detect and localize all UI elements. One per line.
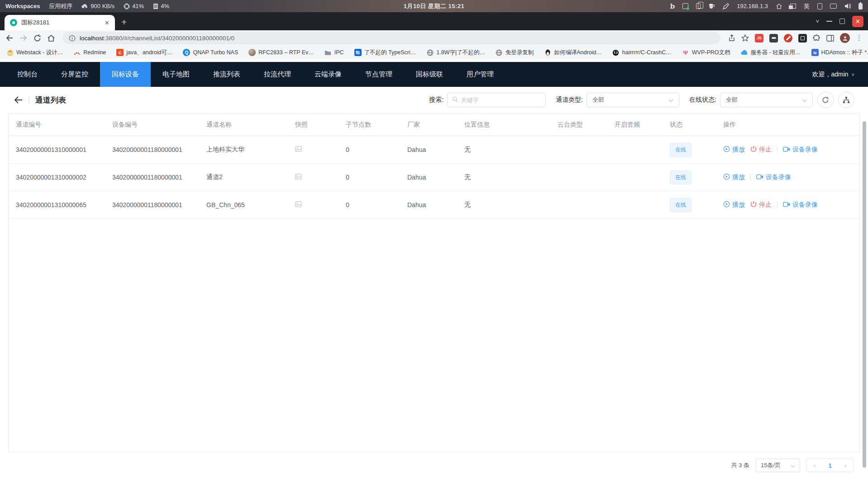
play-button[interactable]: 播放 — [723, 146, 745, 154]
volume-icon[interactable] — [844, 3, 851, 9]
snapshot-image-icon[interactable] — [295, 146, 302, 152]
search-input[interactable] — [461, 97, 541, 104]
snapshot-image-icon[interactable] — [295, 201, 302, 207]
bookmark-zhihu-typescript[interactable]: 知 了不起的 TypeScri… — [354, 49, 416, 57]
nav-item-user-manage[interactable]: 用户管理 — [455, 62, 506, 87]
row-actions: 播放 停止 设备录像 — [716, 146, 859, 154]
reload-icon[interactable] — [33, 34, 41, 42]
page-back-button[interactable] — [14, 96, 23, 104]
github-icon — [612, 49, 620, 56]
nav-item-split-monitor[interactable]: 分屏监控 — [49, 62, 100, 87]
forward-icon[interactable] — [19, 34, 28, 42]
scrollbar-thumb[interactable] — [863, 121, 866, 468]
extension-js-icon[interactable]: JS — [755, 34, 763, 43]
nav-item-console[interactable]: 控制台 — [5, 62, 49, 87]
channel-type-select[interactable]: 全部 — [587, 93, 679, 107]
side-panel-icon[interactable] — [826, 35, 834, 42]
clock[interactable]: 1月10日 星期二 15:21 — [404, 2, 465, 10]
tab-search-chevron-icon[interactable]: ˅ — [816, 18, 819, 25]
nav-item-emap[interactable]: 电子地图 — [151, 62, 201, 87]
window-close-button[interactable]: ✕ — [852, 16, 863, 27]
ip-address[interactable]: 192.168.1.3 — [737, 3, 768, 9]
address-bar[interactable]: localhost:38080/#/channelList/3402000000… — [63, 32, 720, 44]
site-info-icon[interactable] — [69, 35, 76, 42]
channel-tree-button[interactable] — [838, 92, 854, 108]
bookmark-redmine[interactable]: Redmine — [73, 49, 106, 56]
phone-icon[interactable] — [817, 3, 822, 9]
device-record-button[interactable]: 设备录像 — [783, 146, 818, 154]
bookmark-java-android[interactable]: C java、android可… — [116, 49, 172, 57]
share-icon[interactable] — [728, 34, 735, 42]
bookmark-star-icon[interactable] — [741, 34, 749, 42]
device-record-button[interactable]: 设备录像 — [783, 201, 818, 209]
coffee-cup-icon[interactable] — [708, 3, 715, 9]
bookmark-cloud-server[interactable]: 服务器 - 轻量应用… — [741, 49, 801, 57]
table-row: 34020000001310000065 3402000000118000000… — [9, 191, 859, 219]
current-page[interactable]: 1 — [822, 459, 838, 472]
bookmark-github-crash[interactable]: hairrrrr/C-CrashC… — [612, 49, 672, 56]
next-page-button[interactable]: › — [838, 459, 853, 472]
play-icon — [723, 173, 730, 181]
extensions-puzzle-icon[interactable] — [813, 34, 820, 42]
bookmark-android-build[interactable]: 如何编译Android… — [544, 49, 602, 57]
home-icon[interactable] — [47, 34, 55, 42]
nav-item-gb-devices[interactable]: 国标设备 — [100, 62, 151, 87]
nav-item-pull-proxy[interactable]: 拉流代理 — [252, 62, 303, 87]
memory-indicator: 4% — [153, 3, 169, 9]
back-icon[interactable] — [5, 34, 14, 42]
tab-close-icon[interactable]: ✕ — [105, 19, 110, 26]
extension-adblock-icon[interactable] — [784, 34, 792, 43]
status-badge[interactable]: 在线 — [670, 143, 692, 157]
device-record-button[interactable]: 设备录像 — [756, 173, 791, 181]
bookmark-rfc2833[interactable]: RFC2833 – RTP Ev… — [248, 49, 314, 56]
profile-avatar[interactable] — [840, 33, 850, 43]
new-tab-button[interactable]: + — [121, 17, 127, 27]
bookmark-folder-ipc[interactable]: IPC — [324, 49, 344, 56]
bookmark-label: HDAtmos :: 种子 *… — [821, 49, 868, 57]
stop-label: 停止 — [759, 201, 772, 209]
home-tray-icon[interactable] — [776, 3, 782, 9]
window-minimize-button[interactable] — [826, 21, 832, 22]
clipboard-icon[interactable] — [696, 3, 701, 9]
manufacturer: Dahua — [400, 174, 457, 181]
browser-tab[interactable]: 国标28181 ✕ — [5, 15, 115, 30]
browser-menu-icon[interactable]: ⋮ — [856, 34, 863, 42]
nav-item-gb-cascade[interactable]: 国标级联 — [404, 62, 455, 87]
play-button[interactable]: 播放 — [723, 173, 745, 181]
color-picker-icon[interactable] — [723, 3, 729, 9]
bing-tray-icon[interactable]: b — [670, 2, 675, 10]
refresh-button[interactable] — [817, 92, 834, 108]
online-status-select[interactable]: 全部 — [720, 93, 813, 107]
stop-button[interactable]: 停止 — [750, 146, 772, 154]
window-maximize-button[interactable] — [839, 19, 845, 24]
welcome-admin-label: 欢迎，admin — [812, 71, 848, 79]
nav-item-node-manage[interactable]: 节点管理 — [353, 62, 404, 87]
bookmark-label: 服务器 - 轻量应用… — [751, 49, 801, 57]
page-size-select[interactable]: 15条/页 — [756, 459, 800, 472]
search-box[interactable] — [447, 93, 546, 107]
bookmark-copy-nologin[interactable]: 免登录复制 — [496, 49, 534, 57]
extension-dark-icon[interactable] — [798, 34, 807, 43]
applications-button[interactable]: 应用程序 — [49, 2, 72, 10]
bookmark-webstack[interactable]: Webstack - 设计… — [6, 49, 63, 57]
bookmark-qnap[interactable]: Q QNAP Turbo NAS — [183, 49, 238, 56]
nav-item-push-list[interactable]: 推流列表 — [201, 62, 252, 87]
user-menu[interactable]: 欢迎，admin ˅ — [812, 62, 868, 87]
input-method-indicator[interactable]: 英 — [804, 2, 810, 10]
prev-page-button[interactable]: ‹ — [807, 459, 822, 472]
status-badge[interactable]: 在线 — [670, 171, 692, 185]
bookmark-article-1[interactable]: 1.8W字|了不起的… — [426, 49, 485, 57]
display-icon[interactable] — [830, 4, 837, 9]
bookmark-wvp-docs[interactable]: Ψ WVP-PRO文档 — [682, 49, 730, 57]
nav-item-cloud-record[interactable]: 云端录像 — [303, 62, 353, 87]
workspaces-button[interactable]: Workspaces — [5, 3, 40, 9]
pagination: 共 3 条 15条/页 ‹ 1 › — [0, 452, 868, 472]
snapshot-image-icon[interactable] — [295, 174, 302, 180]
stop-button[interactable]: 停止 — [750, 201, 772, 209]
extension-mask-icon[interactable] — [769, 34, 778, 43]
bookmark-hdatmos[interactable]: N HDAtmos :: 种子 *… — [811, 49, 868, 57]
screenshot-app-icon[interactable] — [682, 3, 688, 9]
windows-stack-icon[interactable] — [790, 4, 796, 9]
play-button[interactable]: 播放 — [723, 201, 745, 209]
status-badge[interactable]: 在线 — [670, 198, 692, 212]
